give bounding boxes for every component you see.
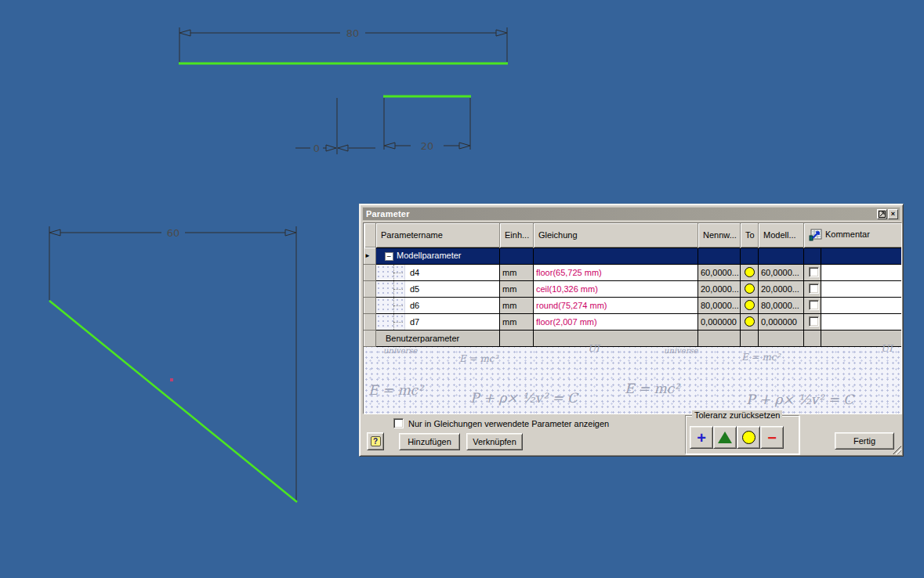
current-row-icon: ► — [364, 252, 371, 259]
header-modellwert[interactable]: Modell... — [759, 223, 804, 247]
tolerance-upper-button[interactable] — [713, 426, 737, 449]
nominal-cell[interactable]: 20,0000... — [698, 280, 741, 297]
export-checkbox[interactable] — [809, 300, 819, 310]
header-selector[interactable] — [364, 223, 376, 247]
done-button[interactable]: Fertig — [835, 432, 894, 450]
tolerance-yellow-circle-icon[interactable] — [745, 267, 755, 277]
tolerance-yellow-circle-icon[interactable] — [745, 316, 755, 327]
tolerance-minus-button[interactable]: − — [760, 426, 784, 449]
header-parametername[interactable]: Parametername — [376, 223, 500, 247]
row-selector[interactable] — [364, 297, 376, 313]
tolerance-nominal-button[interactable] — [737, 426, 760, 449]
unit-cell[interactable]: mm — [500, 264, 534, 280]
sketch-line-diagonal[interactable] — [49, 301, 297, 502]
group-name-cell[interactable]: −Modellparameter — [376, 247, 500, 264]
comment-cell[interactable] — [821, 313, 902, 330]
parameter-row-d5: d5 mm ceil(10,326 mm) 20,0000... 20,0000… — [364, 280, 902, 297]
comment-cell[interactable] — [821, 264, 902, 280]
plus-icon: + — [697, 430, 706, 446]
header-gleichung[interactable]: Gleichung — [534, 223, 698, 247]
model-cell[interactable]: 20,0000... — [759, 280, 804, 297]
row-selector[interactable] — [364, 330, 376, 346]
param-name-cell[interactable]: d5 — [376, 280, 500, 297]
float-window-icon — [879, 211, 886, 218]
export-checkbox-cell[interactable] — [804, 264, 821, 280]
export-checkbox-cell[interactable] — [804, 297, 821, 313]
param-name-cell[interactable]: d7 — [376, 313, 500, 330]
equation-cell[interactable]: floor(2,007 mm) — [534, 313, 698, 330]
tolerance-reset-group: Toleranz zurücksetzen + − — [685, 415, 799, 454]
tolerance-cell[interactable] — [741, 264, 759, 280]
comment-cell[interactable] — [821, 297, 902, 313]
dim-label-20[interactable]: 20 — [421, 140, 434, 152]
dim-label-0[interactable]: 0 — [313, 143, 320, 154]
dialog-title: Parameter — [366, 209, 410, 219]
sketch-point[interactable] — [170, 378, 173, 381]
row-selector[interactable] — [364, 280, 376, 297]
dimension-80[interactable]: 80 — [179, 27, 507, 62]
tolerance-cell[interactable] — [741, 280, 759, 297]
row-selector[interactable] — [364, 313, 376, 330]
tree-indent — [376, 281, 405, 297]
link-button[interactable]: Verknüpfen — [466, 433, 523, 450]
param-name-cell[interactable]: d6 — [376, 297, 500, 313]
filter-label: Nur in Gleichungen verwendete Parameter … — [408, 419, 609, 428]
header-einheit[interactable]: Einh... — [500, 223, 534, 247]
tolerance-plus-button[interactable]: + — [690, 426, 713, 449]
close-button[interactable]: × — [888, 209, 898, 219]
row-selector-arrow[interactable]: ► — [364, 247, 376, 264]
parameter-row-d7: d7 mm floor(2,007 mm) 0,000000 0,000000 — [364, 313, 902, 330]
export-checkbox-cell[interactable] — [804, 313, 821, 330]
dimension-20[interactable]: 20 — [384, 98, 470, 152]
dialog-titlebar[interactable]: Parameter × — [362, 207, 900, 221]
param-name-cell[interactable]: d4 — [376, 264, 500, 280]
header-nennwert[interactable]: Nennw... — [698, 223, 741, 247]
parameter-table: Parametername Einh... Gleichung Nennw...… — [364, 223, 902, 347]
export-checkbox-cell[interactable] — [804, 280, 821, 297]
tolerance-cell[interactable] — [741, 313, 759, 330]
export-checkbox[interactable] — [809, 284, 819, 294]
model-cell[interactable]: 80,0000... — [759, 297, 804, 313]
dim-label-80[interactable]: 80 — [346, 27, 360, 39]
tolerance-yellow-circle-icon[interactable] — [745, 284, 755, 294]
cad-canvas[interactable]: 80 0 20 60 Parameter — [0, 0, 924, 578]
header-toleranz[interactable]: To — [741, 223, 759, 247]
dimension-0[interactable]: 0 — [295, 98, 375, 154]
filter-checkbox[interactable] — [393, 418, 404, 428]
dim-label-60[interactable]: 60 — [167, 227, 180, 239]
tolerance-cell[interactable] — [741, 297, 759, 313]
yellow-circle-icon — [742, 431, 756, 444]
unit-cell[interactable]: mm — [500, 280, 534, 297]
row-selector[interactable] — [364, 264, 376, 280]
parameter-table-area: Parametername Einh... Gleichung Nennw...… — [363, 222, 902, 414]
add-button[interactable]: Hinzufügen — [399, 433, 460, 450]
group-row-modellparameter[interactable]: ► −Modellparameter — [364, 247, 902, 264]
minus-icon: − — [767, 430, 777, 446]
group-row-benutzerparameter[interactable]: Benutzerparameter — [364, 330, 902, 346]
help-button[interactable]: ? — [367, 432, 384, 450]
comment-cell[interactable] — [821, 280, 902, 297]
collapse-icon[interactable]: − — [385, 252, 393, 261]
tolerance-yellow-circle-icon[interactable] — [745, 300, 755, 310]
model-cell[interactable]: 60,0000... — [759, 264, 804, 280]
parameter-row-d4: d4 mm floor(65,725 mm) 60,0000... 60,000… — [364, 264, 902, 280]
export-checkbox[interactable] — [809, 316, 819, 327]
equation-cell[interactable]: round(75,274 mm) — [534, 297, 698, 313]
equation-cell[interactable]: ceil(10,326 mm) — [534, 280, 698, 297]
close-icon: × — [891, 211, 895, 218]
export-checkbox[interactable] — [809, 267, 819, 277]
nominal-cell[interactable]: 0,000000 — [698, 313, 741, 330]
model-cell[interactable]: 0,000000 — [759, 313, 804, 330]
nominal-cell[interactable]: 60,0000... — [698, 264, 741, 280]
float-window-button[interactable] — [877, 209, 887, 219]
equation-cell[interactable]: floor(65,725 mm) — [534, 264, 698, 280]
table-header-row: Parametername Einh... Gleichung Nennw...… — [364, 223, 902, 247]
nominal-cell[interactable]: 80,0000... — [698, 297, 741, 313]
dimension-60[interactable]: 60 — [49, 226, 296, 502]
parameter-row-d6: d6 mm round(75,274 mm) 80,0000... 80,000… — [364, 297, 902, 313]
unit-cell[interactable]: mm — [500, 313, 534, 330]
green-triangle-icon — [718, 432, 732, 443]
header-kommentar[interactable]: Kommentar — [804, 223, 902, 247]
unit-cell[interactable]: mm — [500, 297, 534, 313]
tolerance-group-label: Toleranz zurücksetzen — [692, 410, 782, 420]
